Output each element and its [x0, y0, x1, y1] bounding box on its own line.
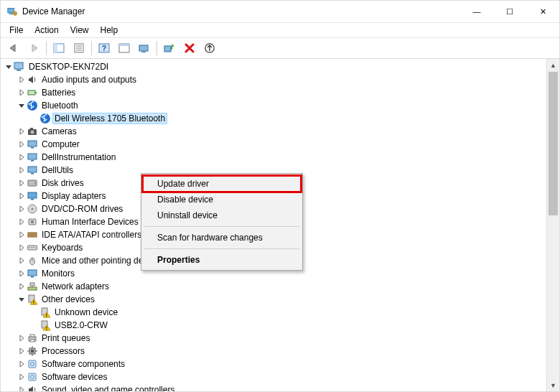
svg-rect-16 — [141, 52, 146, 52]
minimize-button[interactable]: — — [460, 1, 493, 22]
tree-category[interactable]: Cameras — [1, 125, 546, 138]
menu-view[interactable]: View — [65, 24, 95, 36]
expand-expander-icon[interactable] — [17, 139, 27, 149]
expand-expander-icon[interactable] — [17, 165, 27, 175]
devices-view-button[interactable] — [135, 39, 154, 57]
expand-expander-icon[interactable] — [17, 372, 27, 382]
tree-category[interactable]: Processors — [1, 345, 546, 358]
tree-device[interactable]: !Unknown device — [1, 306, 546, 319]
scrollbar-down-button[interactable]: ▼ — [547, 379, 559, 391]
tree-node-label: Processors — [40, 346, 86, 356]
expand-expander-icon[interactable] — [17, 204, 27, 214]
back-button[interactable] — [4, 39, 23, 57]
expand-expander-icon[interactable] — [17, 333, 27, 343]
show-hide-tree-button[interactable] — [50, 39, 68, 57]
show-hidden-devices-button[interactable] — [115, 39, 134, 57]
expand-expander-icon[interactable] — [17, 178, 27, 188]
display-adapter-icon — [27, 190, 38, 202]
expand-expander-icon[interactable] — [17, 243, 27, 253]
scan-hardware-button[interactable] — [160, 39, 179, 57]
context-menu-item[interactable]: Properties — [143, 252, 301, 268]
remove-device-button[interactable] — [180, 39, 199, 57]
tree-category[interactable]: Computer — [1, 138, 546, 151]
expand-expander-icon[interactable] — [17, 75, 27, 85]
properties-button[interactable] — [70, 39, 88, 57]
scrollbar-thumb[interactable] — [549, 72, 558, 215]
svg-rect-73 — [29, 360, 36, 368]
toolbar-separator — [157, 41, 157, 55]
expand-expander-icon[interactable] — [17, 269, 27, 279]
tree-node-label: Display adapters — [40, 191, 107, 201]
maximize-button[interactable]: ☐ — [493, 1, 526, 22]
context-menu-item[interactable]: Disable device — [143, 192, 301, 207]
svg-rect-49 — [33, 247, 34, 248]
context-menu-item[interactable]: Uninstall device — [143, 207, 301, 223]
tree-category[interactable]: Print queues — [1, 332, 546, 345]
svg-rect-65 — [30, 335, 34, 337]
context-menu-item[interactable]: Update driver — [143, 176, 301, 192]
tree-node-label: Monitors — [40, 269, 76, 279]
toolbar: ? — [1, 38, 559, 59]
tree-root[interactable]: DESKTOP-EKN72DI — [1, 60, 546, 73]
window-title: Device Manager — [22, 6, 460, 17]
expand-expander-icon[interactable] — [17, 152, 27, 162]
tree-category[interactable]: Sound, video and game controllers — [1, 383, 546, 391]
expand-expander-icon[interactable] — [17, 217, 27, 227]
tree-node-label: Computer — [40, 139, 81, 149]
tree-category[interactable]: DellInstrumentation — [1, 151, 546, 164]
expand-expander-icon[interactable] — [17, 88, 27, 98]
menu-help[interactable]: Help — [95, 24, 124, 36]
expand-expander-icon[interactable] — [17, 256, 27, 266]
tree-category[interactable]: Software components — [1, 358, 546, 370]
collapse-expander-icon[interactable] — [17, 294, 27, 304]
scrollbar-up-button[interactable]: ▲ — [547, 59, 559, 71]
tree-category[interactable]: Bluetooth — [1, 99, 546, 112]
monitor-icon — [27, 139, 38, 150]
context-menu: Update driverDisable deviceUninstall dev… — [141, 173, 303, 271]
expand-expander-icon[interactable] — [17, 281, 27, 291]
expand-expander-icon[interactable] — [17, 359, 27, 369]
printer-icon — [27, 332, 38, 344]
tree-category[interactable]: Batteries — [1, 86, 546, 99]
tree-category[interactable]: Network adapters — [1, 280, 546, 293]
forward-button[interactable] — [24, 39, 43, 57]
network-icon — [27, 281, 38, 292]
device-manager-window: Device Manager — ☐ ✕ File Action View He… — [0, 0, 560, 392]
menu-action[interactable]: Action — [29, 24, 64, 36]
menu-file[interactable]: File — [4, 24, 29, 36]
svg-rect-55 — [28, 287, 37, 290]
close-button[interactable]: ✕ — [526, 1, 559, 22]
svg-rect-75 — [29, 373, 36, 381]
update-driver-button[interactable] — [200, 39, 219, 57]
tree-category[interactable]: Audio inputs and outputs — [1, 73, 546, 86]
expand-expander-icon[interactable] — [17, 346, 27, 356]
svg-rect-14 — [119, 44, 129, 46]
vertical-scrollbar[interactable]: ▲ ▼ — [546, 59, 559, 391]
tree-node-label: Print queues — [40, 333, 91, 343]
expand-expander-icon[interactable] — [17, 385, 27, 391]
collapse-expander-icon[interactable] — [17, 101, 27, 111]
collapse-expander-icon[interactable] — [4, 62, 14, 72]
svg-point-40 — [32, 208, 34, 210]
hid-icon — [27, 216, 38, 228]
context-menu-item[interactable]: Scan for hardware changes — [143, 230, 301, 246]
menu-bar: File Action View Help — [1, 23, 559, 38]
expand-expander-icon[interactable] — [17, 191, 27, 201]
expand-expander-icon[interactable] — [17, 126, 27, 136]
expand-expander-icon[interactable] — [17, 230, 27, 240]
svg-rect-50 — [34, 247, 35, 248]
svg-text:?: ? — [102, 45, 106, 52]
tree-node-label: USB2.0-CRW — [53, 320, 109, 330]
help-button[interactable]: ? — [95, 39, 113, 57]
tree-category[interactable]: Software devices — [1, 370, 546, 383]
svg-rect-54 — [31, 276, 34, 278]
window-controls: — ☐ ✕ — [460, 1, 559, 22]
tree-node-label: DellUtils — [40, 165, 75, 175]
svg-rect-6 — [54, 44, 57, 52]
app-icon — [6, 6, 18, 17]
tree-node-label: Batteries — [40, 88, 77, 98]
tree-device[interactable]: Dell Wireless 1705 Bluetooth — [1, 112, 546, 125]
tree-node-label: DellInstrumentation — [40, 152, 117, 162]
tree-category[interactable]: !Other devices — [1, 293, 546, 306]
tree-device[interactable]: !USB2.0-CRW — [1, 319, 546, 332]
